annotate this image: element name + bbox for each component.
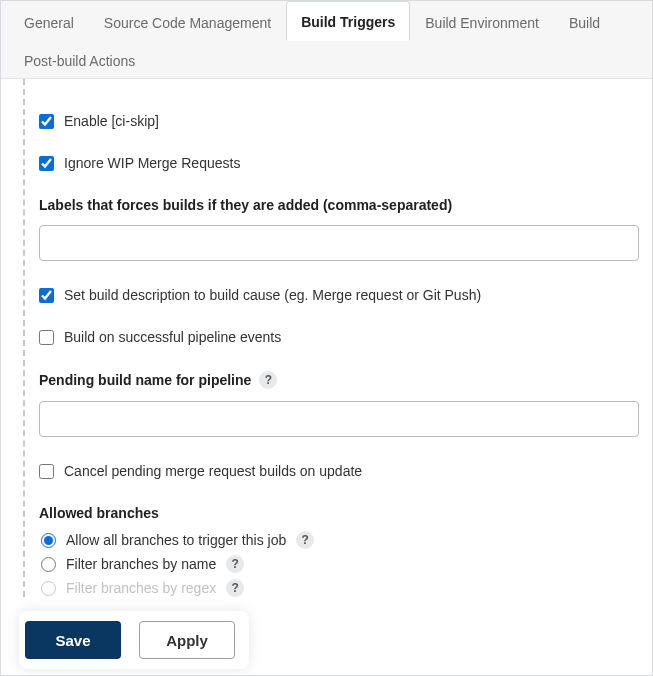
build-on-pipeline-label: Build on successful pipeline events — [64, 329, 281, 345]
tab-build-triggers[interactable]: Build Triggers — [286, 1, 410, 41]
build-on-pipeline-checkbox[interactable] — [39, 330, 54, 345]
allow-all-branches-radio[interactable] — [41, 533, 56, 548]
pending-build-name-input[interactable] — [39, 401, 639, 437]
help-icon[interactable]: ? — [259, 371, 277, 389]
filter-branches-regex-label: Filter branches by regex — [66, 580, 216, 596]
cancel-pending-checkbox[interactable] — [39, 464, 54, 479]
config-tabs: General Source Code Management Build Tri… — [1, 1, 652, 79]
tab-scm[interactable]: Source Code Management — [89, 2, 286, 41]
allowed-branches-heading: Allowed branches — [39, 505, 632, 521]
enable-ci-skip-label: Enable [ci-skip] — [64, 113, 159, 129]
allow-all-branches-label: Allow all branches to trigger this job — [66, 532, 286, 548]
cancel-pending-label: Cancel pending merge request builds on u… — [64, 463, 362, 479]
filter-branches-regex-radio[interactable] — [41, 581, 56, 596]
enable-ci-skip-checkbox[interactable] — [39, 114, 54, 129]
filter-branches-name-label: Filter branches by name — [66, 556, 216, 572]
set-build-description-label: Set build description to build cause (eg… — [64, 287, 481, 303]
tab-general[interactable]: General — [9, 2, 89, 41]
tab-post-build-actions[interactable]: Post-build Actions — [9, 40, 150, 79]
apply-button[interactable]: Apply — [139, 621, 235, 659]
labels-force-build-heading: Labels that forces builds if they are ad… — [39, 197, 632, 213]
help-icon[interactable]: ? — [226, 579, 244, 597]
action-bar: Save Apply — [19, 611, 249, 669]
ignore-wip-label: Ignore WIP Merge Requests — [64, 155, 240, 171]
section-guide-line — [23, 79, 25, 597]
set-build-description-checkbox[interactable] — [39, 288, 54, 303]
save-button[interactable]: Save — [25, 621, 121, 659]
tab-build-environment[interactable]: Build Environment — [410, 2, 554, 41]
pending-build-name-heading: Pending build name for pipeline — [39, 372, 251, 388]
help-icon[interactable]: ? — [226, 555, 244, 573]
filter-branches-name-radio[interactable] — [41, 557, 56, 572]
labels-force-build-input[interactable] — [39, 225, 639, 261]
tab-build[interactable]: Build — [554, 2, 615, 41]
ignore-wip-checkbox[interactable] — [39, 156, 54, 171]
help-icon[interactable]: ? — [296, 531, 314, 549]
